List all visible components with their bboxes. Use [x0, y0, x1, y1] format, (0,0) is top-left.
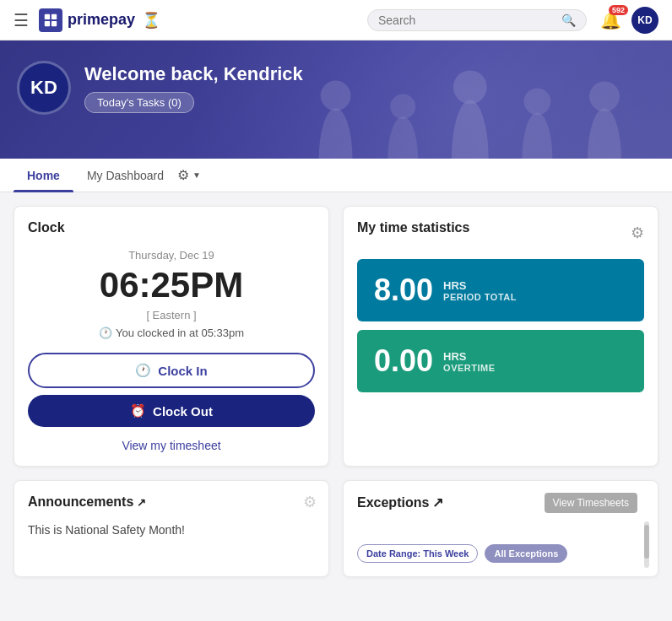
svg-rect-3	[51, 20, 57, 25]
clock-out-icon: ⏰	[130, 403, 146, 418]
stats-gear-icon[interactable]: ⚙	[631, 224, 644, 242]
announcements-card: Announcements ↗ ⚙ This is National Safet…	[14, 480, 329, 577]
sub-nav: Home My Dashboard ⚙ ▼	[0, 159, 672, 192]
scrollbar-track[interactable]	[644, 521, 649, 568]
clock-out-label: Clock Out	[153, 404, 213, 418]
stat-overtime: 0.00 HRS OVERTIME	[357, 330, 644, 392]
exceptions-title-text: Exceptions	[357, 495, 429, 510]
stat-period-unit: HRS	[443, 279, 517, 292]
svg-rect-2	[45, 20, 50, 25]
clock-in-label: Clock In	[158, 364, 207, 378]
svg-rect-0	[45, 14, 50, 19]
scrollbar-thumb	[644, 525, 649, 559]
time-stats-card: My time statistics ⚙ 8.00 HRS PERIOD TOT…	[343, 206, 658, 467]
hero-content: KD Welcome back, Kendrick Today's Tasks …	[0, 40, 672, 128]
notification-count: 592	[609, 5, 628, 15]
announcements-content: This is National Safety Month!	[28, 523, 315, 537]
clock-card: Clock Thursday, Dec 19 06:25PM [ Eastern…	[14, 206, 329, 467]
stat-overtime-label: HRS OVERTIME	[443, 350, 495, 373]
clock-timezone: [ Eastern ]	[146, 309, 196, 321]
subnav-my-dashboard[interactable]: My Dashboard	[73, 159, 177, 192]
hero-welcome: Welcome back, Kendrick	[84, 63, 303, 85]
main-grid: Clock Thursday, Dec 19 06:25PM [ Eastern…	[0, 192, 672, 591]
announcements-arrow-icon: ↗	[137, 496, 146, 509]
subnav-home[interactable]: Home	[14, 159, 73, 192]
exceptions-arrow-icon: ↗	[432, 494, 443, 510]
filter-date-range[interactable]: Date Range: This Week	[357, 544, 478, 563]
hero-banner: KD Welcome back, Kendrick Today's Tasks …	[0, 40, 672, 159]
stat-overtime-unit: HRS	[443, 350, 495, 363]
clock-out-button[interactable]: ⏰ Clock Out	[28, 395, 315, 427]
svg-rect-1	[51, 14, 57, 19]
notification-bell[interactable]: 🔔 592	[600, 10, 621, 30]
hero-avatar-initials: KD	[30, 77, 57, 99]
tasks-button[interactable]: Today's Tasks (0)	[84, 92, 194, 113]
announcements-title-text: Announcements	[28, 494, 133, 510]
stat-overtime-desc: OVERTIME	[443, 363, 495, 373]
view-timesheet-link[interactable]: View my timesheet	[122, 439, 220, 452]
hamburger-icon[interactable]: ☰	[14, 10, 29, 30]
view-timesheets-button[interactable]: View Timesheets	[545, 493, 638, 513]
exceptions-card: Exceptions ↗ View Timesheets Date Range:…	[343, 480, 658, 577]
clock-card-title: Clock	[28, 220, 65, 235]
clock-in-button[interactable]: 🕐 Clock In	[28, 353, 315, 388]
hourglass-icon: ⏳	[142, 11, 160, 30]
clock-date: Thursday, Dec 19	[128, 249, 214, 262]
logo-icon	[39, 8, 62, 32]
clock-status: 🕐 You clocked in at 05:33pm	[99, 327, 244, 339]
clock-in-icon: 🕐	[135, 363, 151, 378]
clock-status-icon: 🕐	[99, 327, 112, 339]
filter-all-exceptions[interactable]: All Exceptions	[485, 544, 567, 563]
filter-row: Date Range: This Week All Exceptions	[357, 544, 644, 563]
subnav-settings[interactable]: ⚙ ▼	[177, 167, 201, 183]
stat-overtime-number: 0.00	[374, 343, 433, 379]
stats-card-header: My time statistics ⚙	[357, 220, 644, 246]
subnav-home-label: Home	[27, 169, 60, 182]
stat-period-label: HRS PERIOD TOTAL	[443, 279, 517, 302]
clock-time: 06:25PM	[100, 265, 243, 305]
settings-chevron-icon: ▼	[192, 170, 201, 180]
logo: primepay	[39, 8, 135, 32]
top-nav: ☰ primepay ⏳ 🔍 🔔 592 KD	[0, 0, 672, 40]
stat-period-desc: PERIOD TOTAL	[443, 292, 517, 302]
logo-text: primepay	[68, 11, 135, 29]
stat-period-total: 8.00 HRS PERIOD TOTAL	[357, 259, 644, 321]
search-icon: 🔍	[561, 14, 576, 27]
stats-card-title: My time statistics	[357, 220, 469, 235]
hero-avatar: KD	[17, 61, 71, 115]
clock-status-text: You clocked in at 05:33pm	[116, 327, 244, 339]
avatar-initials: KD	[637, 14, 652, 26]
hero-text: Welcome back, Kendrick Today's Tasks (0)	[84, 63, 303, 113]
user-avatar[interactable]: KD	[631, 7, 658, 34]
search-bar[interactable]: 🔍	[367, 9, 587, 31]
settings-gear-icon[interactable]: ⚙	[177, 167, 189, 183]
announcements-title: Announcements ↗	[28, 494, 315, 510]
stat-period-number: 8.00	[374, 273, 433, 308]
announcements-gear-icon[interactable]: ⚙	[303, 493, 317, 511]
subnav-dashboard-label: My Dashboard	[87, 169, 164, 182]
search-input[interactable]	[378, 14, 561, 27]
